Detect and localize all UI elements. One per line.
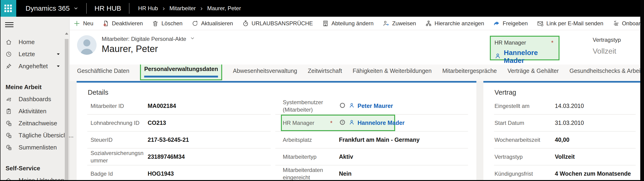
onboarding-template-button[interactable]: Onboarding Template (613, 20, 640, 27)
hr-manager-label: HR Manager (494, 40, 526, 46)
hub-title[interactable]: HR HUB (94, 4, 121, 12)
plus-icon (73, 20, 80, 27)
chevron-down-icon[interactable] (56, 51, 61, 57)
tab-mitarbeitergespraeche[interactable]: Mitarbeitergespräche (442, 68, 497, 81)
person-icon (494, 53, 501, 61)
field-label: Vertragstyp (494, 153, 522, 160)
clock-calendar-icon: 7 (6, 120, 13, 126)
hierarchie-anzeigen-button[interactable]: Hierarchie anzeigen (425, 20, 484, 27)
deaktivieren-button[interactable]: Deaktivieren (102, 20, 143, 27)
sidebar-scrollbar-thumb[interactable] (65, 39, 68, 180)
required-asterisk: * (330, 120, 332, 126)
record-name: Maurer, Peter (102, 44, 158, 54)
pin-icon (6, 63, 13, 70)
details-section: Details Mitarbeiter ID MA002184 Lohnabre… (76, 81, 476, 180)
app-window: Dynamics 365 HR HUB HR Hub › Mitarbeiter… (0, 0, 644, 181)
hamburger-menu-icon[interactable] (5, 22, 14, 27)
topbar-divider (86, 3, 86, 14)
sidebar-item-label: Aktivitäten (18, 108, 46, 115)
field-row-mitarbeiterdaten-eingereicht: Mitarbeiterdaten eingereicht Nein (275, 166, 468, 180)
record-type-selector[interactable]: Mitarbeiter: Digitale Personal-Akte (102, 36, 195, 42)
svg-text:1: 1 (9, 135, 10, 138)
window-vertical-scrollbar[interactable] (640, 0, 644, 181)
svg-text:?: ? (342, 121, 343, 124)
person-icon (349, 119, 355, 127)
chevron-down-icon[interactable] (73, 6, 78, 11)
field-value: 217-53-6245-21 (148, 136, 189, 143)
chevron-down-icon[interactable] (56, 63, 61, 69)
field-label: Eingestellt am (494, 102, 530, 110)
breadcrumb-item-entity[interactable]: Mitarbeiter (170, 5, 196, 12)
link-per-email-button[interactable]: Link per E-Mail senden (537, 20, 603, 27)
waffle-icon (4, 5, 12, 12)
waffle-menu-button[interactable] (0, 0, 16, 17)
sidebar-scrollbar[interactable] (64, 31, 69, 180)
button-label: Aktualisieren (201, 20, 233, 27)
tab-geschaeftliche-daten[interactable]: Geschäftliche Daten (77, 68, 129, 81)
record-header: Mitarbeiter: Digitale Personal-Akte Maur… (70, 30, 640, 64)
sidebar-section-title: Meine Arbeit (0, 81, 70, 93)
hr-manager-row-link[interactable]: ? Hannelore Mader (339, 119, 405, 127)
field-row-systembenutzer: Systembenutzer (Mitarbeiter) Peter Maure… (275, 98, 468, 115)
hr-manager-link[interactable]: Hannelore Mader (494, 49, 555, 64)
window-left-border (0, 0, 0, 181)
field-row-arbeitsplatz: Arbeitsplatz Frankfurt am Main - Germany (275, 132, 468, 148)
email-link-icon (537, 20, 544, 27)
sidebar-item-angeheftet[interactable]: Angeheftet (0, 60, 70, 72)
button-label: Freigeben (502, 20, 528, 27)
button-label: URLAUBSANSPRÜCHE (252, 20, 313, 27)
sidebar-item-home[interactable]: Home (0, 36, 70, 48)
sidebar-item-taegliche-uebersicht[interactable]: 1 Tägliche Übersicht... (0, 129, 70, 141)
sidebar-item-letzte[interactable]: Letzte (0, 48, 70, 60)
scroll-up-arrow-icon[interactable] (65, 32, 68, 34)
button-label: Link per E-Mail senden (546, 20, 603, 27)
sidebar-item-dashboards[interactable]: Dashboards (0, 93, 70, 105)
field-row-sozialversicherungsnummer: Sozialversicherungsnummer 23189746M34 (87, 148, 271, 166)
breadcrumb-item-hub[interactable]: HR Hub (138, 5, 158, 12)
sidebar-item-aktivitaeten[interactable]: Aktivitäten (0, 105, 70, 117)
neu-button[interactable]: Neu (73, 20, 93, 27)
field-value: 14.03.2010 (555, 102, 584, 109)
button-label: Abteilung ändern (332, 20, 374, 27)
hr-manager-header-highlight: HR Manager * Hannelore Mader (490, 36, 560, 60)
clipboard-pen-icon (6, 108, 13, 114)
aktualisieren-button[interactable]: Aktualisieren (192, 20, 233, 27)
tab-personalverwaltungsdaten[interactable]: Personalverwaltungsdaten (140, 64, 222, 80)
tab-gesundheitschecks-arbeitsgeraete[interactable]: Gesundheitschecks & Arbeitsgeräte (570, 68, 640, 81)
button-label: Hierarchie anzeigen (434, 20, 484, 27)
hr-manager-value: Hannelore Mader (504, 49, 555, 64)
field-label: Systembenutzer (Mitarbeiter) (283, 98, 336, 113)
tab-zeitwirtschaft[interactable]: Zeitwirtschaft (308, 68, 342, 81)
tab-abwesenheitsverwaltung[interactable]: Abwesenheitsverwaltung (233, 68, 297, 81)
abteilung-aendern-button[interactable]: Abteilung ändern (322, 20, 374, 27)
field-value: Aktiv (339, 154, 353, 160)
tab-faehigkeiten-weiterbildungen[interactable]: Fähigkeiten & Weiterbildungen (353, 68, 432, 81)
zuweisen-button[interactable]: Zuweisen (383, 20, 416, 27)
chevron-right-icon: › (200, 5, 202, 12)
urlaubsansprueche-button[interactable]: URLAUBSANSPRÜCHE (242, 20, 313, 27)
field-row-lohnabrechnung-id: Lohnabrechnung ID CO213 (87, 115, 271, 132)
app-title[interactable]: Dynamics 365 (26, 4, 70, 12)
breadcrumb-item-record[interactable]: Maurer, Peter (207, 5, 241, 12)
vertrag-section: Vertrag Eingestellt am 14.03.2010 Start … (483, 81, 640, 180)
field-value: CO213 (148, 120, 166, 126)
field-row-kuendigungsfrist: Kündigungsfrist 4 Wochen zum Monatsende (494, 166, 636, 180)
field-row-vertragstyp: Vertragstyp Vollzeit (494, 148, 636, 166)
tab-vertraege-gehaelter[interactable]: Verträge & Gehälter (508, 68, 559, 81)
sidebar: Home Letzte Angeheftet Mei (0, 17, 70, 180)
section-title: Details (88, 89, 470, 96)
field-value: 4 Wochen zum Monatsende (555, 170, 631, 177)
field-label: Kündigungsfrist (494, 170, 533, 177)
field-row-eingestellt-am: Eingestellt am 14.03.2010 (494, 98, 636, 115)
systembenutzer-link[interactable]: Peter Maurer (339, 102, 393, 110)
freigeben-button[interactable]: Freigeben (493, 20, 528, 27)
sidebar-item-label: Zeitnachweise (18, 120, 57, 127)
field-value: Frankfurt am Main - Germany (339, 136, 420, 143)
sidebar-item-label: Dashboards (18, 96, 51, 103)
field-label: Wochenarbeitszeit (494, 136, 540, 144)
sidebar-item-zeitnachweise[interactable]: 7 Zeitnachweise (0, 117, 70, 129)
sidebar-item-label: Summenlisten (18, 144, 57, 151)
field-value: Hannelore Mader (358, 120, 405, 126)
loeschen-button[interactable]: Löschen (152, 20, 182, 27)
sidebar-item-summenlisten[interactable]: Summenlisten (0, 141, 70, 154)
